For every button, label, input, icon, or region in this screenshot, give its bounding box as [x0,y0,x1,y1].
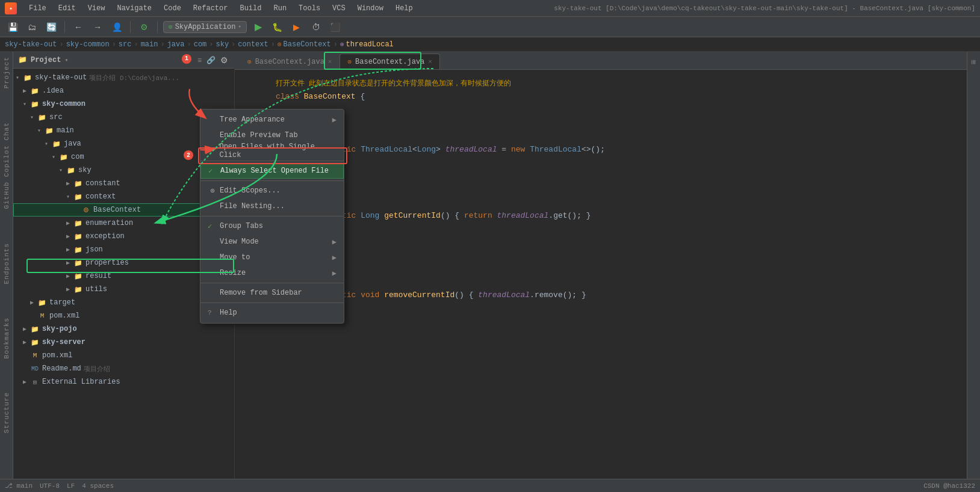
basecontext-java-icon: ⊙ [81,205,91,215]
breadcrumb-main[interactable]: main [141,40,158,49]
ctx-file-nesting-label: File Nesting... [220,202,285,211]
tree-json-label: json [85,245,103,254]
stop-button[interactable]: ⬛ [327,19,343,35]
tree-sky-pojo[interactable]: ▶ 📁 sky-pojo [13,322,234,336]
ctx-edit-scopes-label: Edit Scopes... [220,186,281,195]
tree-sky-server[interactable]: ▶ 📁 sky-server [13,336,234,349]
tree-target-label: target [49,298,75,307]
menu-navigate[interactable]: Navigate [114,3,154,14]
tree-pom2[interactable]: M pom.xml [13,349,234,362]
project-panel-label[interactable]: Project [2,52,11,93]
menu-tools[interactable]: Tools [296,3,323,14]
ctx-view-mode-label: View Mode [220,238,259,246]
code-line-blank6 [276,249,967,262]
breadcrumb-sky[interactable]: sky [216,40,229,49]
forward-button[interactable]: → [90,19,105,35]
menu-vcs[interactable]: VCS [330,3,348,14]
code-line-14 [276,236,967,249]
tree-server-label: sky-server [42,338,85,346]
breadcrumb-src[interactable]: src [119,40,132,49]
ctx-tree-appearance[interactable]: Tree Appearance ▶ [200,112,344,128]
menu-build[interactable]: Build [237,3,264,14]
save-button[interactable]: 💾 [5,19,20,35]
badge-1-container: 1 [182,54,194,66]
recent-button[interactable]: 👤 [109,19,125,35]
menu-edit[interactable]: Edit [56,3,78,14]
menu-window[interactable]: Window [355,3,386,14]
app-logo: ✦ [5,2,17,14]
tab-label-active: BaseContext.java [355,58,424,66]
breadcrumb-com[interactable]: com [194,40,207,49]
sync-button[interactable]: 🔄 [43,19,59,35]
server-folder-icon: 📁 [30,337,40,347]
readme-icon: MD [30,364,40,374]
tab-close-inactive[interactable]: × [328,58,332,66]
run-button[interactable]: ▶ [250,19,266,35]
tree-root[interactable]: ▾ 📁 sky-take-out 项目介绍 D:\Code\java... [13,71,234,84]
java-folder-icon: 📁 [52,139,61,149]
ctx-move-to[interactable]: Move to ▶ [200,250,344,265]
tab-close-active[interactable]: × [428,58,432,66]
run-config-selector[interactable]: ⊙ SkyApplication ▾ [163,21,247,33]
project-header-actions: 1 ≡ 🔗 ⚙ [182,54,229,66]
breadcrumb-module[interactable]: sky-common [66,40,110,49]
project-dropdown-icon[interactable]: ▾ [64,57,68,64]
submenu-arrow-resize-icon: ▶ [332,269,336,278]
tree-sky-common-label: sky-common [42,100,85,108]
ctx-open-single-click[interactable]: Open Files with Single Click [200,143,344,159]
ctx-file-nesting[interactable]: File Nesting... [200,198,344,214]
tree-ext-libs[interactable]: ▶ ⊞ External Libraries [13,375,234,389]
menu-file[interactable]: File [26,3,49,14]
status-line-ending: LF [67,482,75,490]
sky-folder-icon: 📁 [66,165,76,175]
breadcrumb-project[interactable]: sky-take-out [5,40,57,49]
ctx-group-tabs[interactable]: ✓ Group Tabs [200,218,344,234]
gear-button[interactable]: ⚙ [219,54,229,66]
menu-code[interactable]: Code [161,3,184,14]
tree-readme[interactable]: MD Readme.md 项目介绍 [13,362,234,375]
bookmarks-label[interactable]: Bookmarks [2,313,11,363]
ctx-enable-preview[interactable]: Enable Preview Tab [200,128,344,143]
endpoints-label[interactable]: Endpoints [2,238,11,289]
annotation-badge-2: 2 [184,150,193,160]
src-folder-icon: 📁 [37,112,47,122]
ctx-always-select[interactable]: ✓ Always Select Opened File [200,163,344,179]
ctx-help[interactable]: ? Help [200,305,344,321]
code-line-10 [276,183,967,196]
breadcrumb-java[interactable]: java [167,40,185,49]
menu-run[interactable]: Run [271,3,289,14]
link-editor-button[interactable]: 🔗 [205,54,217,66]
github-copilot-label[interactable]: GitHub Copilot Chat [2,117,11,214]
tree-pom2-label: pom.xml [42,351,72,360]
tree-exception-label: exception [85,232,125,241]
tree-com-label: com [71,153,84,161]
com-folder-icon: 📁 [59,152,69,162]
code-line-no-usage-1: no usages [276,130,967,143]
ctx-resize[interactable]: Resize ▶ [200,265,344,281]
menu-refactor[interactable]: Refactor [191,3,231,14]
structure-label[interactable]: Structure [2,387,11,438]
exception-folder-icon: 📁 [73,232,83,241]
debug-button[interactable]: 🐛 [270,19,285,35]
breadcrumb-context[interactable]: context [238,40,268,49]
profile-button[interactable]: ⏱ [308,19,324,35]
breadcrumb-basecontext[interactable]: BaseContext [284,40,331,49]
menu-view[interactable]: View [85,3,108,14]
back-button[interactable]: ← [70,19,86,35]
settings-button[interactable]: ⚙ [136,19,152,35]
ctx-always-select-label: Always Select Opened File [220,167,329,175]
save-all-button[interactable]: 🗂 [24,19,40,35]
breadcrumb-threadlocal: threadLocal [346,40,394,49]
collapse-all-button[interactable]: ≡ [196,54,203,66]
coverage-button[interactable]: ▶ [289,19,305,35]
ctx-edit-scopes[interactable]: ⊙ Edit Scopes... [200,183,344,198]
editor-tab-basecontext-active[interactable]: ⊙ BaseContext.java × [340,54,439,69]
tree-result-label: result [85,272,111,280]
menu-help[interactable]: Help [393,3,415,14]
tree-idea[interactable]: ▶ 📁 .idea [13,84,234,97]
ctx-remove-sidebar[interactable]: Remove from Sidebar [200,285,344,301]
editor-tab-basecontext-inactive[interactable]: ⊙ BaseContext.java × [240,54,340,69]
ctx-help-label: Help [220,309,237,317]
window-title: sky-take-out [D:\Code\java\demo\cq-takeo… [554,5,975,12]
ctx-view-mode[interactable]: View Mode ▶ [200,234,344,250]
